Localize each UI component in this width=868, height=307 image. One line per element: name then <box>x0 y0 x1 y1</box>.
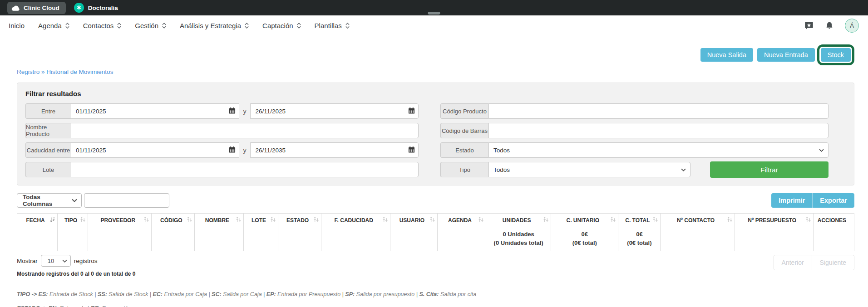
cloud-icon <box>11 5 20 11</box>
pagination: Anterior Siguiente <box>774 255 854 270</box>
column-header-n_presupuesto[interactable]: Nº PRESUPUESTO <box>735 214 813 227</box>
estado-group: Estado Todos <box>440 142 829 158</box>
summary-cell-agenda <box>437 227 486 251</box>
caducidad-from-input[interactable] <box>71 142 239 158</box>
summary-cell-n_contacto <box>661 227 735 251</box>
summary-cell-n_presupuesto <box>735 227 813 251</box>
chevron-down-icon <box>72 197 77 204</box>
nav-item-label: Inicio <box>9 22 25 29</box>
codigo-producto-input[interactable] <box>488 103 829 119</box>
column-label: TIPO <box>64 217 77 224</box>
column-header-estado[interactable]: ESTADO <box>278 214 321 227</box>
lote-input[interactable] <box>71 162 419 177</box>
column-header-usuario[interactable]: USUARIO <box>390 214 437 227</box>
table-toolbar: Todas Columnas Imprimir Exportar <box>17 193 854 208</box>
codigo-barras-label: Código de Barras <box>440 123 488 138</box>
notifications-bell-icon[interactable] <box>825 21 834 31</box>
breadcrumb-registro-link[interactable]: Registro <box>17 68 39 75</box>
column-header-fecha[interactable]: FECHA <box>17 214 58 227</box>
column-header-codigo[interactable]: CÓDIGO <box>152 214 195 227</box>
chevrons-updown-icon <box>297 22 301 29</box>
nav-item-label: Captación <box>262 22 293 29</box>
column-header-f_caducidad[interactable]: F. CADUCIDAD <box>321 214 390 227</box>
column-label: ACCIONES <box>818 217 846 224</box>
sort-desc-icon <box>49 217 55 224</box>
column-header-lote[interactable]: LOTE <box>243 214 278 227</box>
lote-label: Lote <box>25 162 71 177</box>
clinic-cloud-app-switcher[interactable]: Clinic Cloud <box>7 2 66 14</box>
chevrons-updown-icon <box>245 22 249 29</box>
exportar-button[interactable]: Exportar <box>813 193 854 208</box>
date-from-input[interactable] <box>71 103 239 119</box>
nav-item-agenda[interactable]: Agenda <box>38 22 69 29</box>
window-drag-handle[interactable] <box>428 12 440 15</box>
summary-line: (0€ total) <box>551 239 618 248</box>
chevrons-updown-icon <box>65 22 69 29</box>
summary-line: 0€ <box>551 230 618 239</box>
nav-items: InicioAgendaContactosGestiónAnálisis y E… <box>9 22 350 29</box>
sort-icon <box>429 217 435 224</box>
date-to-input[interactable] <box>250 103 419 119</box>
page-size-select[interactable]: 10 <box>41 255 71 267</box>
column-label: AGENDA <box>448 217 472 224</box>
chat-star-icon[interactable] <box>804 21 814 30</box>
user-avatar[interactable]: Á <box>845 19 859 33</box>
column-header-unidades[interactable]: UNIDADES <box>486 214 551 227</box>
stock-button[interactable]: Stock <box>821 48 851 62</box>
column-label: LOTE <box>252 217 266 224</box>
caducidad-range-group: Caducidad entre y <box>25 142 419 158</box>
tipo-group: Tipo Todos Filtrar <box>440 162 829 177</box>
codigo-barras-input[interactable] <box>488 123 829 138</box>
nombre-producto-input[interactable] <box>71 123 419 138</box>
nav-item-captación[interactable]: Captación <box>262 22 301 29</box>
column-header-n_contacto[interactable]: Nº CONTACTO <box>661 214 735 227</box>
column-header-proveedor[interactable]: PROVEEDOR <box>88 214 152 227</box>
nav-item-label: Análisis y Estrategia <box>180 22 241 29</box>
filtrar-button[interactable]: Filtrar <box>710 161 829 178</box>
nombre-producto-group: Nombre Producto <box>25 123 419 138</box>
summary-cell-unidades: 0 Unidades(0 Unidades total) <box>486 227 551 251</box>
doctoralia-brand[interactable]: ✱ Doctoralia <box>74 3 118 13</box>
summary-cell-proveedor <box>88 227 152 251</box>
table-search-input[interactable] <box>84 193 169 208</box>
sort-icon <box>187 217 192 224</box>
nav-item-inicio[interactable]: Inicio <box>9 22 25 29</box>
sort-icon <box>543 217 549 224</box>
movements-table: FECHATIPOPROVEEDORCÓDIGONOMBRELOTEESTADO… <box>17 213 854 251</box>
nueva-entrada-button[interactable]: Nueva Entrada <box>757 48 815 62</box>
nav-item-análisis-y-estrategia[interactable]: Análisis y Estrategia <box>180 22 249 29</box>
siguiente-button[interactable]: Siguiente <box>812 255 854 270</box>
imprimir-button[interactable]: Imprimir <box>771 193 813 208</box>
column-label: C. UNITARIO <box>567 217 599 224</box>
date-range-group: Entre y <box>25 103 419 119</box>
sort-icon <box>610 217 616 224</box>
column-header-agenda[interactable]: AGENDA <box>437 214 486 227</box>
registros-label: registros <box>74 258 98 264</box>
nueva-salida-button[interactable]: Nueva Salida <box>700 48 753 62</box>
nav-item-plantillas[interactable]: Plantillas <box>315 22 350 29</box>
tipo-selected-value: Todos <box>493 166 510 173</box>
mostrar-label: Mostrar <box>17 258 38 264</box>
column-label: NOMBRE <box>205 217 229 224</box>
summary-cell-c_unitario: 0€(0€ total) <box>551 227 618 251</box>
caducidad-to-input[interactable] <box>250 142 419 158</box>
summary-cell-usuario <box>390 227 437 251</box>
columns-filter-select[interactable]: Todas Columnas <box>17 193 82 208</box>
column-header-c_total[interactable]: C. TOTAL <box>618 214 661 227</box>
anterior-button[interactable]: Anterior <box>774 255 812 270</box>
table-summary-row: 0 Unidades(0 Unidades total)0€(0€ total)… <box>17 227 854 251</box>
column-header-tipo[interactable]: TIPO <box>58 214 88 227</box>
nav-item-contactos[interactable]: Contactos <box>83 22 122 29</box>
summary-line: (0 Unidades total) <box>486 239 551 248</box>
column-label: ESTADO <box>286 217 309 224</box>
column-header-nombre[interactable]: NOMBRE <box>195 214 243 227</box>
column-header-c_unitario[interactable]: C. UNITARIO <box>551 214 618 227</box>
tipo-select[interactable]: Todos <box>488 162 690 177</box>
breadcrumb-current[interactable]: Historial de Movimientos <box>46 68 113 75</box>
summary-line: 0 Unidades <box>486 230 551 239</box>
estado-select[interactable]: Todos <box>488 142 829 158</box>
chevrons-updown-icon <box>345 22 350 29</box>
sort-icon <box>805 217 811 224</box>
column-label: CÓDIGO <box>160 217 182 224</box>
nav-item-gestión[interactable]: Gestión <box>135 22 166 29</box>
